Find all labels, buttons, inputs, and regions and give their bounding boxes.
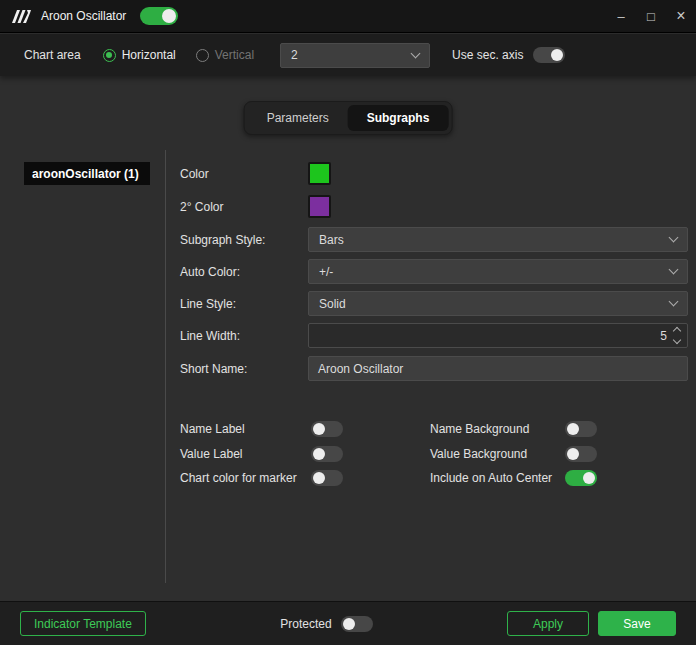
name-background-text: Name Background: [430, 422, 529, 436]
chevron-down-icon: [669, 233, 679, 243]
radio-vertical-circle: [196, 49, 209, 62]
include-auto-center-toggle[interactable]: [565, 470, 597, 486]
line-width-label: Line Width:: [180, 329, 308, 343]
value-background-toggle[interactable]: [565, 446, 597, 462]
panel-divider: [165, 150, 166, 583]
line-width-value: 5: [660, 329, 667, 343]
line-width-input[interactable]: 5: [308, 323, 688, 348]
color-swatch[interactable]: [308, 162, 331, 185]
tab-parameters[interactable]: Parameters: [248, 105, 348, 131]
line-style-label: Line Style:: [180, 297, 308, 311]
value-background-row: Value Background: [430, 445, 597, 463]
chart-color-marker-toggle[interactable]: [311, 470, 343, 486]
settings-tabbar: Parameters Subgraphs: [244, 101, 453, 135]
number-spinner-icon[interactable]: [674, 328, 680, 343]
secondary-color-label: 2° Color: [180, 200, 308, 214]
color-row: Color: [180, 161, 688, 186]
radio-vertical[interactable]: Vertical: [196, 48, 254, 62]
value-background-text: Value Background: [430, 447, 527, 461]
save-button[interactable]: Save: [598, 611, 676, 636]
line-style-row: Line Style: Solid: [180, 291, 688, 316]
indicator-enabled-toggle[interactable]: [140, 7, 178, 25]
indicator-template-button[interactable]: Indicator Template: [20, 611, 146, 636]
radio-vertical-label: Vertical: [215, 48, 254, 62]
chevron-down-icon: [669, 297, 679, 307]
value-label-text: Value Label: [180, 447, 243, 461]
subgraph-list-item[interactable]: aroonOscillator (1): [24, 162, 150, 185]
radio-horizontal[interactable]: Horizontal: [103, 48, 176, 62]
close-button[interactable]: ×: [666, 0, 696, 33]
tab-subgraphs[interactable]: Subgraphs: [348, 105, 449, 131]
subgraph-style-dropdown[interactable]: Bars: [308, 227, 688, 252]
protected-toggle[interactable]: [341, 616, 373, 632]
apply-button[interactable]: Apply: [507, 611, 589, 636]
line-style-dropdown[interactable]: Solid: [308, 291, 688, 316]
toggle-knob: [313, 472, 325, 484]
short-name-label: Short Name:: [180, 362, 308, 376]
toggle-knob: [567, 423, 579, 435]
toggle-knob: [313, 448, 325, 460]
secondary-color-swatch[interactable]: [308, 195, 331, 218]
include-auto-center-row: Include on Auto Center: [430, 469, 597, 487]
color-label: Color: [180, 167, 308, 181]
short-name-row: Short Name: Aroon Oscillator: [180, 356, 688, 381]
app-logo-icon: [12, 10, 31, 23]
auto-color-dropdown[interactable]: +/-: [308, 259, 688, 284]
chart-areas-dropdown-value: 2: [291, 48, 412, 62]
radio-horizontal-label: Horizontal: [122, 48, 176, 62]
radio-horizontal-circle: [103, 49, 116, 62]
chevron-down-icon: [669, 265, 679, 275]
value-label-row: Value Label: [180, 445, 343, 463]
sec-axis-label: Use sec. axis: [452, 48, 523, 62]
protected-group: Protected: [280, 616, 372, 632]
toggle-knob: [567, 448, 579, 460]
toggle-knob: [313, 423, 325, 435]
chart-area-label: Chart area: [24, 48, 81, 62]
window-title: Aroon Oscillator: [41, 9, 126, 23]
toggle-knob: [583, 472, 595, 484]
subgraph-style-label: Subgraph Style:: [180, 233, 308, 247]
maximize-button[interactable]: □: [636, 0, 666, 33]
name-background-row: Name Background: [430, 420, 597, 438]
line-style-value: Solid: [319, 297, 670, 311]
footer-bar: Indicator Template Protected Apply Save: [0, 601, 696, 645]
indicator-settings-window: Aroon Oscillator – □ × Chart area Horizo…: [0, 0, 696, 645]
name-background-toggle[interactable]: [565, 421, 597, 437]
spin-down-icon[interactable]: [673, 336, 681, 344]
sec-axis-toggle[interactable]: [533, 47, 565, 63]
toggle-knob: [343, 618, 355, 630]
name-label-row: Name Label: [180, 420, 343, 438]
short-name-value: Aroon Oscillator: [318, 362, 403, 376]
line-width-row: Line Width: 5: [180, 323, 688, 348]
toggle-knob: [162, 9, 176, 23]
secondary-color-row: 2° Color: [180, 194, 688, 219]
toggle-knob: [551, 49, 563, 61]
include-auto-center-text: Include on Auto Center: [430, 471, 552, 485]
protected-label: Protected: [280, 617, 331, 631]
titlebar: Aroon Oscillator – □ ×: [0, 0, 696, 33]
name-label-toggle[interactable]: [311, 421, 343, 437]
short-name-input[interactable]: Aroon Oscillator: [308, 356, 688, 381]
spin-up-icon[interactable]: [673, 327, 681, 335]
name-label-text: Name Label: [180, 422, 245, 436]
value-label-toggle[interactable]: [311, 446, 343, 462]
subgraph-style-value: Bars: [319, 233, 670, 247]
auto-color-label: Auto Color:: [180, 265, 308, 279]
chart-area-bar: Chart area Horizontal Vertical 2 Use sec…: [0, 34, 696, 76]
minimize-button[interactable]: –: [606, 0, 636, 33]
chart-color-marker-row: Chart color for marker: [180, 469, 343, 487]
auto-color-value: +/-: [319, 265, 670, 279]
auto-color-row: Auto Color: +/-: [180, 259, 688, 284]
chart-areas-dropdown[interactable]: 2: [280, 43, 430, 68]
subgraph-style-row: Subgraph Style: Bars: [180, 227, 688, 252]
chart-color-marker-text: Chart color for marker: [180, 471, 297, 485]
chevron-down-icon: [411, 48, 421, 58]
